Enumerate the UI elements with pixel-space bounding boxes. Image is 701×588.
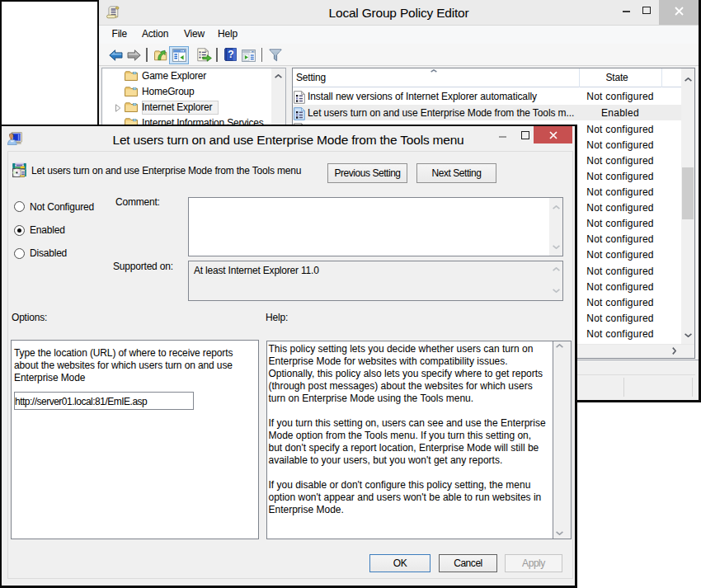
svg-text:?: ? <box>228 49 233 60</box>
